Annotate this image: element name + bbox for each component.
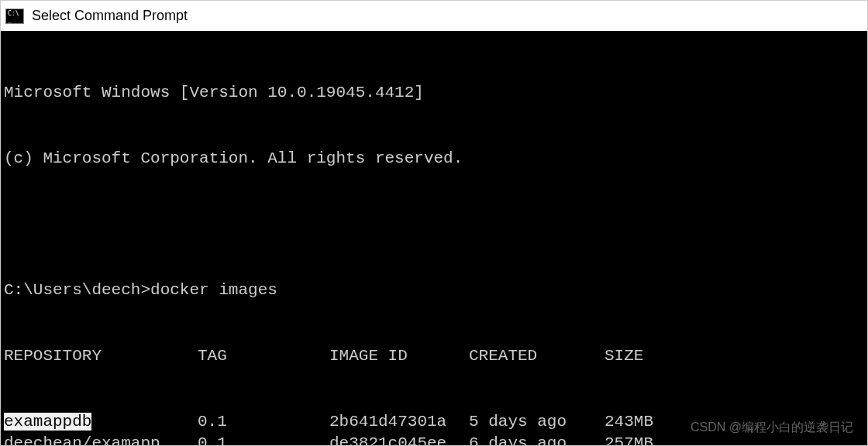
cell-repository: examappdb <box>4 411 198 433</box>
banner-line-2: (c) Microsoft Corporation. All rights re… <box>4 148 864 170</box>
cell-created: 6 days ago <box>469 433 604 446</box>
cell-tag: 0.1 <box>198 411 329 433</box>
header-repository: REPOSITORY <box>4 345 198 367</box>
terminal-area[interactable]: Microsoft Windows [Version 10.0.19045.44… <box>1 32 867 445</box>
banner-line-1: Microsoft Windows [Version 10.0.19045.44… <box>4 82 864 104</box>
watermark: CSDN @编程小白的逆袭日记 <box>691 419 853 436</box>
window-title: Select Command Prompt <box>32 8 188 24</box>
header-tag: TAG <box>198 345 329 367</box>
blank-line <box>4 214 864 235</box>
prompt-line-1: C:\Users\deech>docker images <box>4 280 864 301</box>
table-header: REPOSITORYTAGIMAGE IDCREATEDSIZE <box>4 345 864 367</box>
cell-repository: deechean/examapp <box>4 433 198 446</box>
command-prompt-window: Select Command Prompt Microsoft Windows … <box>0 0 868 446</box>
cell-tag: 0.1 <box>198 433 329 446</box>
titlebar[interactable]: Select Command Prompt <box>1 1 867 32</box>
cell-image-id: de3821c045ee <box>329 433 469 446</box>
prompt-path: C:\Users\deech> <box>4 280 150 301</box>
prompt-command: docker images <box>150 280 277 301</box>
cmd-icon <box>5 9 24 24</box>
cell-created: 5 days ago <box>469 411 604 433</box>
header-image-id: IMAGE ID <box>329 345 469 367</box>
header-size: SIZE <box>604 345 864 367</box>
cell-image-id: 2b641d47301a <box>329 411 469 433</box>
header-created: CREATED <box>469 345 604 367</box>
selected-text: examappdb <box>4 413 91 431</box>
